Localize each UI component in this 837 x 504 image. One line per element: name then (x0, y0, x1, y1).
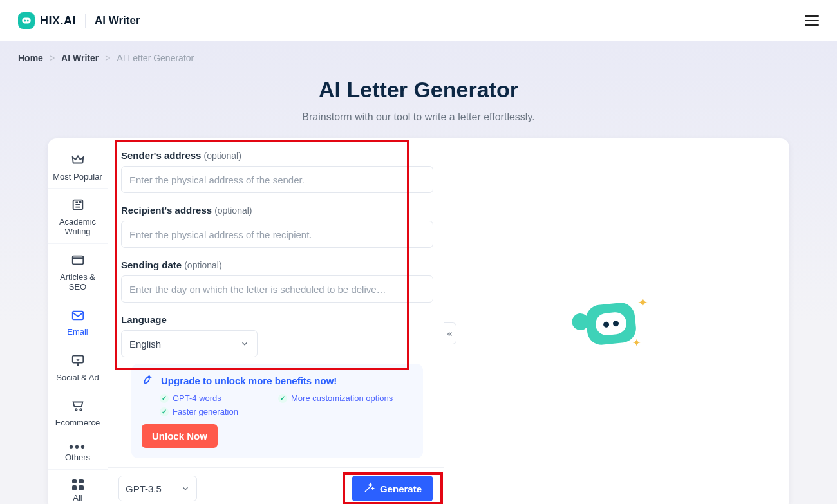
model-select[interactable]: GPT-3.5 (118, 476, 197, 501)
rail-label: Articles & SEO (50, 272, 105, 292)
language-label-text: Language (121, 314, 167, 325)
unlock-now-button[interactable]: Unlock Now (142, 424, 218, 448)
rail-label: All (73, 493, 82, 503)
recipient-address-label-text: Recipient's address (121, 205, 212, 216)
generate-button[interactable]: Generate (352, 476, 433, 501)
svg-point-8 (75, 409, 77, 411)
breadcrumb-home[interactable]: Home (18, 53, 43, 63)
magic-wand-icon (363, 482, 375, 496)
chevron-down-icon (240, 339, 249, 348)
recipient-address-optional: (optional) (214, 205, 252, 216)
rail-label: Others (65, 453, 90, 463)
header-left: HIX.AI AI Writer (18, 12, 140, 29)
mascot-illustration: ✦ ✦ (581, 295, 652, 353)
sending-date-label: Sending date (optional) (121, 259, 433, 270)
promo-feature: ✓More customization options (278, 393, 413, 403)
brand-logo-text: HIX.AI (40, 14, 76, 28)
svg-point-9 (80, 409, 82, 411)
monitor-icon (71, 353, 85, 370)
recipient-address-input[interactable] (121, 221, 433, 248)
promo-title: Upgrade to unlock more benefits now! (161, 375, 337, 386)
app-header: HIX.AI AI Writer (0, 0, 837, 41)
header-divider (85, 14, 86, 28)
sending-date-optional: (optional) (184, 260, 221, 270)
document-icon (71, 198, 85, 214)
field-sender-address: Sender's address (optional) (121, 150, 433, 193)
browser-icon (71, 253, 85, 270)
grid-icon (72, 479, 84, 490)
svg-rect-7 (72, 356, 83, 363)
brand-logo-mark (18, 12, 35, 29)
svg-point-10 (148, 377, 149, 378)
more-icon: ••• (69, 443, 86, 450)
field-sending-date: Sending date (optional) (121, 259, 433, 303)
breadcrumb-sep: > (50, 53, 55, 63)
upgrade-promo: Upgrade to unlock more benefits now! ✓GP… (131, 364, 423, 458)
field-language: Language English (121, 314, 433, 357)
field-recipient-address: Recipient's address (optional) (121, 205, 433, 248)
collapse-form-toggle[interactable]: « (444, 322, 456, 344)
svg-point-4 (79, 201, 80, 203)
chevron-down-icon (181, 484, 190, 493)
breadcrumb-mid[interactable]: AI Writer (61, 53, 99, 63)
category-rail: Most Popular Academic Writing Articles &… (48, 138, 108, 504)
promo-features: ✓GPT-4 words ✓More customization options… (142, 393, 413, 416)
form-footer: GPT-3.5 Generate (108, 467, 444, 504)
rail-label: Email (67, 327, 88, 337)
svg-rect-6 (72, 311, 83, 319)
output-panel: « ✦ ✦ (444, 138, 789, 504)
page-title: AI Letter Generator (18, 77, 819, 102)
sparkle-icon: ✦ (637, 295, 648, 310)
sender-address-input[interactable] (121, 166, 433, 193)
check-icon: ✓ (160, 394, 169, 403)
recipient-address-label: Recipient's address (optional) (121, 205, 433, 216)
rail-label: Social & Ad (56, 373, 99, 383)
form-scroll-area: Sender's address (optional) Recipient's … (108, 138, 444, 467)
rail-social-ad[interactable]: Social & Ad (48, 344, 108, 389)
rail-others[interactable]: ••• Others (48, 434, 108, 470)
promo-heading: Upgrade to unlock more benefits now! (142, 373, 413, 388)
language-select[interactable]: English (121, 330, 258, 357)
chevron-left-icon: « (447, 328, 453, 339)
language-label: Language (121, 314, 433, 325)
language-value: English (129, 339, 161, 350)
sender-address-optional: (optional) (203, 151, 241, 161)
generate-button-label: Generate (380, 483, 422, 494)
promo-feature: ✓Faster generation (160, 407, 269, 416)
sender-address-label-text: Sender's address (121, 150, 201, 161)
menu-icon[interactable] (805, 15, 819, 26)
brand-logo[interactable]: HIX.AI (18, 12, 76, 29)
rail-articles-seo[interactable]: Articles & SEO (48, 244, 108, 299)
sending-date-label-text: Sending date (121, 259, 182, 270)
rail-most-popular[interactable]: Most Popular (48, 144, 108, 189)
rocket-icon (142, 373, 155, 388)
svg-rect-0 (22, 18, 31, 24)
mail-icon (71, 308, 85, 325)
svg-rect-5 (72, 256, 83, 265)
rail-label: Academic Writing (50, 217, 105, 237)
sparkle-icon: ✦ (632, 337, 641, 349)
rail-academic-writing[interactable]: Academic Writing (48, 189, 108, 244)
rail-ecommerce[interactable]: Ecommerce (48, 389, 108, 434)
breadcrumb-current: AI Letter Generator (117, 53, 194, 63)
model-value: GPT-3.5 (126, 483, 162, 494)
rail-label: Ecommerce (55, 418, 100, 428)
rail-label: Most Popular (53, 172, 102, 182)
app-name[interactable]: AI Writer (95, 14, 140, 27)
breadcrumb-sep: > (105, 53, 110, 63)
sending-date-input[interactable] (121, 275, 433, 303)
rail-all[interactable]: All (48, 470, 108, 504)
page-subtitle: Brainstorm with our tool to write a lett… (18, 111, 819, 123)
form-panel: Sender's address (optional) Recipient's … (108, 138, 444, 504)
main-card: Most Popular Academic Writing Articles &… (48, 138, 789, 504)
check-icon: ✓ (160, 407, 169, 416)
sender-address-label: Sender's address (optional) (121, 150, 433, 161)
rail-email[interactable]: Email (48, 299, 108, 344)
svg-point-2 (27, 20, 29, 22)
breadcrumb: Home > AI Writer > AI Letter Generator (18, 53, 819, 63)
page-top: Home > AI Writer > AI Letter Generator A… (0, 41, 837, 504)
check-icon: ✓ (278, 394, 287, 403)
cart-icon (71, 398, 85, 415)
crown-icon (71, 153, 85, 169)
svg-point-1 (24, 20, 26, 22)
